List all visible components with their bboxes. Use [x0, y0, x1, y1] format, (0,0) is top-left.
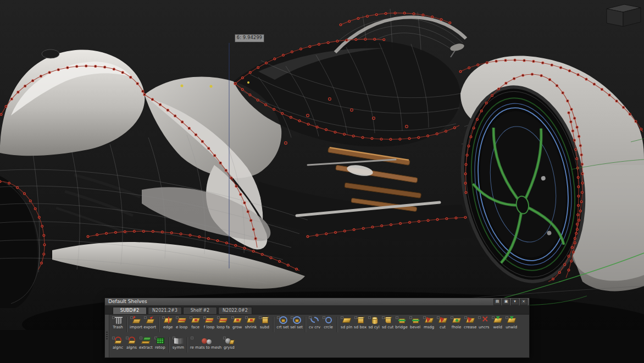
plane-hole-icon	[451, 316, 463, 324]
shelf-tabbar: SUBD#2N2021.2#3Shelf #2N2022.0#2	[105, 306, 529, 314]
shelf-button-msdg[interactable]: msdg	[422, 315, 436, 330]
shelf-button-sd-box[interactable]: sd box	[353, 315, 367, 330]
shelf-button-label: sd box	[354, 325, 367, 330]
shelf-button-edge[interactable]: edge	[161, 315, 175, 330]
sphere-gold-icon	[223, 337, 235, 345]
shelf-button-label: crease	[464, 325, 476, 330]
shelf-button-algnc[interactable]: algnc	[111, 336, 125, 350]
plane-fold-icon	[437, 316, 449, 324]
plane-red-loop-icon	[176, 316, 188, 324]
tab-n2022-0-2[interactable]: N2022.0#2	[218, 307, 252, 314]
circle-set-icon	[291, 316, 303, 324]
plane-red-edge-icon	[162, 316, 174, 324]
collapse-button[interactable]: ▾	[511, 299, 519, 305]
cube-cut-icon	[382, 316, 394, 324]
shelf-button-label: weld	[493, 325, 502, 330]
shelf-button-crease[interactable]: crease	[463, 315, 477, 330]
shelf-button-label: msdg	[424, 325, 434, 330]
group-divider	[305, 317, 306, 332]
shelf-button-label: unwld	[506, 325, 517, 330]
shelf-button-trash[interactable]: Trash	[111, 315, 125, 330]
shelf-button-label: retop	[155, 345, 165, 350]
plane-gold-icon	[341, 316, 353, 324]
tab-subd-2[interactable]: SUBD#2	[113, 307, 147, 314]
shelf-button-unwld[interactable]: unwld	[504, 315, 518, 330]
import-icon	[130, 316, 142, 324]
curve-icon	[309, 316, 321, 324]
group-divider	[158, 317, 159, 332]
tab-shelf-2[interactable]: Shelf #2	[183, 307, 217, 314]
shelf-window: Default Shelves ▤▣▾× SUBD#2N2021.2#3Shel…	[104, 298, 530, 358]
shelf-button-sel-set[interactable]: sel set	[290, 315, 303, 330]
shelf-button-symm[interactable]: symm	[171, 336, 185, 350]
shelf-rows: Trashimportexportedgee loopfacef looploo…	[109, 315, 529, 358]
shelf-button-export[interactable]: export	[143, 315, 157, 330]
shelf-button-crcle[interactable]: crcle	[321, 315, 335, 330]
shelf-button-sd-pln[interactable]: sd pln	[340, 315, 353, 330]
export-icon	[144, 316, 156, 324]
group-divider	[337, 317, 338, 332]
shelf-button-cv-crv[interactable]: cv crv	[308, 315, 321, 330]
spheres-icon	[200, 337, 212, 345]
shelf-titlebar[interactable]: Default Shelves ▤▣▾×	[105, 298, 529, 306]
minimize-button[interactable]: ▤	[493, 299, 501, 305]
shelf-button-label: face	[191, 325, 199, 330]
shelf-button-label: edge	[163, 325, 173, 330]
shelf-button-fhole[interactable]: fhole	[449, 315, 463, 330]
shelf-button-bevel[interactable]: bevel	[408, 315, 422, 330]
symmetry-icon	[172, 337, 184, 345]
shelf-button-label: uncrs	[479, 325, 489, 330]
shelf-button-import[interactable]: import	[129, 315, 143, 330]
shelf-button-face[interactable]: face	[188, 315, 202, 330]
shelf-button-e-loop[interactable]: e loop	[175, 315, 188, 330]
shelf-button-algns[interactable]: algns	[125, 336, 138, 350]
group-divider	[273, 317, 274, 332]
plane-fold-icon	[423, 316, 435, 324]
cube-green-icon	[396, 316, 408, 324]
shelf-button-subd[interactable]: subd	[258, 315, 271, 330]
shelf-button-re-mats-to-mesh[interactable]: re mats to mesh	[190, 336, 222, 350]
plane-red-face-icon	[245, 316, 257, 324]
shelf-button-loop-fa[interactable]: loop fa	[216, 315, 230, 330]
shelf-button-label: bevel	[410, 325, 420, 330]
shelf-button-grow[interactable]: grow	[230, 315, 244, 330]
shelf-button-weld[interactable]: weld	[491, 315, 504, 330]
shelf-button-bridge[interactable]: bridge	[395, 315, 408, 330]
tab-n2021-2-3[interactable]: N2021.2#3	[148, 307, 182, 314]
group-divider	[126, 317, 127, 332]
shelf-button-label: f loop	[204, 325, 215, 330]
shelf-row: Trashimportexportedgee loopfacef looploo…	[111, 315, 528, 336]
shelf-button-uncrs[interactable]: uncrs	[477, 315, 491, 330]
shelf-button-sd-cut[interactable]: sd cut	[381, 315, 395, 330]
cube-gold-icon	[354, 316, 367, 324]
shelf-button-label: import	[130, 325, 142, 330]
shelf-button-f-loop[interactable]: f loop	[202, 315, 216, 330]
cube-green-icon	[409, 316, 421, 324]
shelf-button-label: sel set	[290, 325, 303, 330]
shelf-button-label: cut	[440, 325, 446, 330]
measurement-readout: 6: 9.94299	[235, 34, 264, 42]
shelf-button-label: e loop	[176, 325, 188, 330]
shelf-button-retop[interactable]: retop	[153, 336, 167, 350]
circle-set-icon	[277, 316, 289, 324]
shelf-button-label: crt set	[276, 325, 288, 330]
shelf-button-cut[interactable]: cut	[436, 315, 449, 330]
shelf-button-label: re mats to mesh	[190, 345, 221, 350]
shelf-button-crt-set[interactable]: crt set	[276, 315, 290, 330]
titlebar-buttons: ▤▣▾×	[492, 299, 528, 305]
shelf-button-sd-cyl[interactable]: sd cyl	[367, 315, 381, 330]
viewcube[interactable]	[607, 4, 641, 26]
restore-button[interactable]: ▣	[502, 299, 510, 305]
shelf-button-extract[interactable]: extract	[138, 336, 153, 350]
shelf-button-shrink[interactable]: shrink	[244, 315, 258, 330]
plane-red-face-icon	[190, 316, 202, 324]
align-icon	[126, 337, 138, 345]
shelf-grip-handle[interactable]	[105, 315, 109, 358]
shelf-button-grysd[interactable]: grysd	[222, 336, 236, 350]
shelf-title: Default Shelves	[107, 298, 492, 305]
shelf-button-label: shrink	[245, 325, 257, 330]
close-button[interactable]: ×	[520, 299, 528, 305]
group-divider	[187, 337, 188, 353]
shelf-button-label: sd pln	[341, 325, 352, 330]
trash-icon	[112, 316, 124, 324]
